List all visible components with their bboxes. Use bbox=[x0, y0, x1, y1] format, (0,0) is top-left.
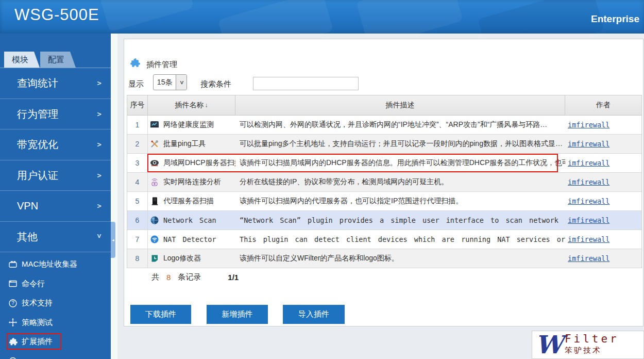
sidebar-item-label: VPN bbox=[17, 200, 38, 212]
sidebar-item-extension-plugins[interactable]: 扩展插件 bbox=[0, 332, 111, 352]
plugin-name: 代理服务器扫描 bbox=[163, 197, 214, 206]
row-number: 6 bbox=[127, 211, 148, 230]
sidebar-item-label: 扩展插件 bbox=[22, 337, 53, 347]
author-link[interactable]: imfirewall bbox=[568, 178, 609, 186]
mac-collector-icon bbox=[8, 260, 18, 269]
author-link[interactable]: imfirewall bbox=[568, 140, 609, 148]
plugin-name: 实时网络连接分析 bbox=[163, 177, 221, 187]
row-number: 3 bbox=[127, 154, 148, 172]
col-header-no: 序号 bbox=[127, 95, 148, 115]
plugin-name: NAT Detector bbox=[163, 235, 216, 243]
sidebar-collapse-handle[interactable]: ◄ bbox=[111, 222, 115, 258]
chevron-down-icon: > bbox=[176, 75, 187, 90]
sidebar-item-label: 其他 bbox=[17, 230, 38, 243]
page-indicator: 1/1 bbox=[228, 273, 239, 282]
row-number: 5 bbox=[127, 192, 148, 210]
plugin-description: “Network Scan” plugin provides a simple … bbox=[235, 211, 565, 230]
puzzle-icon bbox=[129, 58, 140, 69]
wfilter-logo: W Filter 笨驴技术 bbox=[532, 331, 644, 359]
search-input[interactable] bbox=[253, 77, 359, 90]
row-number: 7 bbox=[127, 230, 148, 249]
page-size-select[interactable]: 15条 > bbox=[153, 74, 187, 90]
chevron-right-icon: > bbox=[97, 140, 101, 149]
edition-label: Enterprise bbox=[591, 13, 639, 25]
plugin-description: 该插件可以扫描局域网内的DHCP服务器的信息。用此插件可以检测管理DHCP服务器… bbox=[235, 154, 565, 172]
sidebar-item-partial[interactable] bbox=[0, 352, 111, 359]
question-circle-icon: ? bbox=[8, 299, 18, 308]
plugin-description: 可以检测内网、外网的联通状况，并且诊断内网的“IP地址冲突”、“ARP攻击”和“… bbox=[235, 116, 565, 134]
chevron-right-icon: > bbox=[97, 171, 101, 180]
col-header-desc: 插件描述 bbox=[235, 95, 565, 115]
author-link[interactable]: imfirewall bbox=[568, 197, 609, 205]
import-plugin-button[interactable]: 导入插件 bbox=[283, 305, 345, 324]
plugin-name: 批量ping工具 bbox=[163, 139, 206, 149]
col-header-name[interactable]: 插件名称 ↓ bbox=[148, 95, 235, 115]
plugin-table: 序号 插件名称 ↓ 插件描述 作者 1 网络健康度监测 可以检测内网、外网的联通… bbox=[127, 95, 642, 268]
table-row[interactable]: 1 网络健康度监测 可以检测内网、外网的联通状况，并且诊断内网的“IP地址冲突”… bbox=[127, 116, 641, 135]
sidebar-item-others[interactable]: 其他 > bbox=[0, 222, 111, 253]
sidebar-item-command-line[interactable]: 命令行 bbox=[0, 274, 111, 294]
row-number: 4 bbox=[127, 173, 148, 191]
app-header: WSG-500E Enterprise bbox=[0, 0, 644, 34]
add-plugin-button[interactable]: 新增插件 bbox=[207, 305, 268, 324]
table-row[interactable]: 4 实时网络连接分析 分析在线链接的IP、协议和带宽分布，检测局域网内的可疑主机… bbox=[127, 173, 641, 192]
plugin-name: Network Scan bbox=[163, 216, 216, 224]
server-tower-icon bbox=[150, 197, 159, 206]
header-decor-key bbox=[218, 0, 333, 34]
table-row[interactable]: 2 批量ping工具 可以批量ping多个主机地址，支持自动运行；并且可以记录一… bbox=[127, 135, 641, 154]
sidebar-item-mac-collector[interactable]: MAC地址收集器 bbox=[0, 255, 111, 274]
author-link[interactable]: imfirewall bbox=[568, 159, 609, 167]
page-title: 插件管理 bbox=[146, 60, 177, 70]
show-label: 显示 bbox=[128, 79, 144, 89]
sidebar-item-label: 带宽优化 bbox=[17, 138, 58, 152]
sidebar-item-query-stats[interactable]: 查询统计 > bbox=[0, 68, 111, 99]
sidebar: 模块 配置 查询统计 > 行为管理 > 带宽优化 > 用户认证 > VPN > bbox=[0, 34, 111, 359]
collapse-left-icon: ◄ bbox=[111, 238, 115, 242]
sidebar-item-behavior-mgmt[interactable]: 行为管理 > bbox=[0, 99, 111, 130]
sort-desc-icon: ↓ bbox=[205, 102, 208, 109]
author-link[interactable]: imfirewall bbox=[568, 235, 609, 243]
row-number: 1 bbox=[127, 116, 148, 134]
content-panel: 插件管理 显示 15条 > 搜索条件 序号 插件名称 ↓ 插件描述 作者 1 bbox=[124, 39, 643, 327]
sidebar-item-label: 查询统计 bbox=[17, 76, 58, 90]
sidebar-item-bandwidth[interactable]: 带宽优化 > bbox=[0, 129, 111, 160]
row-number: 8 bbox=[127, 249, 148, 268]
chevron-right-icon: > bbox=[97, 79, 101, 87]
tab-config[interactable]: 配置 bbox=[40, 52, 76, 68]
table-row[interactable]: 5 代理服务器扫描 该插件可以扫描网内的代理服务器，也可以指定IP范围进行代理扫… bbox=[127, 192, 641, 211]
table-row[interactable]: 3 局域网DHCP服务器扫描 该插件可以扫描局域网内的DHCP服务器的信息。用此… bbox=[127, 154, 641, 173]
plugin-name: Logo修改器 bbox=[163, 254, 201, 263]
col-header-author: 作者 bbox=[565, 95, 641, 115]
author-link[interactable]: imfirewall bbox=[568, 254, 609, 263]
plugin-name: 局域网DHCP服务器扫描 bbox=[163, 158, 235, 168]
move-arrows-icon bbox=[8, 318, 18, 327]
sidebar-gap bbox=[111, 34, 117, 359]
logo-company-name: 笨驴技术 bbox=[565, 346, 619, 355]
tools-icon bbox=[150, 139, 159, 149]
chevron-right-icon: > bbox=[97, 110, 101, 118]
table-header: 序号 插件名称 ↓ 插件描述 作者 bbox=[127, 95, 641, 116]
sidebar-item-label: MAC地址收集器 bbox=[22, 259, 77, 269]
author-link[interactable]: imfirewall bbox=[568, 216, 609, 224]
table-row-selected[interactable]: 6 Network Scan “Network Scan” plugin pro… bbox=[127, 211, 641, 230]
download-plugin-button[interactable]: 下载插件 bbox=[130, 305, 191, 324]
sidebar-item-tech-support[interactable]: ? 技术支持 bbox=[0, 293, 111, 313]
author-link[interactable]: imfirewall bbox=[568, 121, 609, 129]
page-size-value: 15条 bbox=[154, 75, 176, 90]
sidebar-menu: 查询统计 > 行为管理 > 带宽优化 > 用户认证 > VPN > 其他 > bbox=[0, 68, 111, 252]
logo-w-initial: W bbox=[535, 331, 563, 358]
col-header-name-label: 插件名称 bbox=[175, 101, 204, 110]
sidebar-item-policy-test[interactable]: 策略测试 bbox=[0, 313, 111, 333]
network-health-monitor-icon bbox=[150, 120, 159, 129]
table-footer: 共 8 条记录 1/1 bbox=[127, 268, 642, 286]
table-row[interactable]: 8 Logo修改器 该插件可以自定义WFilter的产品名称和logo图标。 i… bbox=[127, 249, 641, 268]
circle-icon bbox=[8, 356, 18, 359]
sidebar-item-user-auth[interactable]: 用户认证 > bbox=[0, 160, 111, 191]
sidebar-item-label: 用户认证 bbox=[17, 168, 58, 182]
plugin-description: 分析在线链接的IP、协议和带宽分布，检测局域网内的可疑主机。 bbox=[235, 173, 565, 191]
sidebar-item-vpn[interactable]: VPN > bbox=[0, 191, 111, 222]
plugin-description: 该插件可以扫描网内的代理服务器，也可以指定IP范围进行代理扫描。 bbox=[235, 192, 565, 210]
tab-modules[interactable]: 模块 bbox=[4, 52, 40, 68]
header-decor-key bbox=[356, 0, 463, 34]
table-row[interactable]: 7 NAT Detector This plugin can detect cl… bbox=[127, 230, 641, 249]
